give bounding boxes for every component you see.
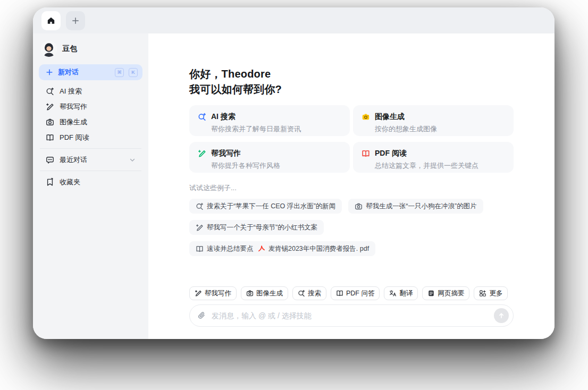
message-input[interactable]: [211, 311, 489, 320]
new-chat-button[interactable]: 新对话 ⌘ K: [39, 64, 142, 80]
skill-chip-search[interactable]: 搜索: [292, 286, 326, 300]
home-icon: [47, 16, 55, 25]
sidebar-item-label: 图像生成: [60, 117, 87, 127]
tab-home[interactable]: [41, 11, 61, 30]
sidebar-item-label: PDF 阅读: [60, 133, 89, 142]
app-window: 豆包 新对话 ⌘ K AI 搜索: [33, 7, 555, 339]
pen-plus-icon: [195, 290, 202, 297]
open-book-icon: [362, 149, 370, 158]
skill-chip-image-gen[interactable]: 图像生成: [241, 286, 288, 300]
card-desc: 帮你提升各种写作风格: [211, 161, 341, 171]
greeting-line-2: 我可以如何帮到你?: [189, 82, 514, 97]
pen-plus-icon: [46, 103, 54, 111]
camera-icon: [362, 113, 370, 121]
translate-icon: [389, 290, 397, 297]
feature-cards: AI 搜索 帮你搜索并了解每日最新资讯: [189, 105, 514, 173]
shortcut-k-key: K: [129, 68, 138, 77]
sidebar-item-label: 帮我写作: [60, 102, 87, 112]
skill-bar: 帮我写作 图像生成: [189, 286, 514, 300]
example-chip-search-news[interactable]: 搜索关于“苹果下一任 CEO 浮出水面”的新闻: [189, 199, 342, 214]
skill-label: 更多: [489, 289, 502, 298]
sidebar-item-image-gen[interactable]: 图像生成: [39, 114, 142, 130]
paperclip-icon[interactable]: [197, 311, 206, 320]
pdf-file-icon: [258, 245, 265, 252]
example-chip-generate-image[interactable]: 帮我生成一张“一只小狗在冲浪”的图片: [348, 199, 483, 214]
arrow-up-icon: [498, 312, 505, 319]
sidebar-item-favorites[interactable]: 收藏夹: [39, 174, 142, 190]
new-chat-label: 新对话: [58, 67, 79, 77]
avatar: [41, 41, 57, 57]
sidebar-item-label: AI 搜索: [60, 87, 82, 96]
chevron-down-icon[interactable]: [129, 157, 136, 163]
sidebar-divider: [40, 171, 141, 171]
profile-row[interactable]: 豆包: [39, 40, 142, 64]
plus-icon: [46, 69, 53, 76]
card-title: AI 搜索: [211, 112, 236, 122]
open-book-icon: [46, 133, 54, 142]
feature-card-ai-search[interactable]: AI 搜索 帮你搜索并了解每日最新资讯: [189, 105, 350, 136]
sidebar-item-pdf-read[interactable]: PDF 阅读: [39, 130, 142, 145]
skill-label: 搜索: [308, 289, 321, 298]
chip-label: 搜索关于“苹果下一任 CEO 浮出水面”的新闻: [207, 202, 335, 211]
search-sparkle-icon: [198, 113, 206, 121]
grid-plus-icon: [479, 290, 486, 297]
camera-icon: [46, 118, 54, 126]
profile-name: 豆包: [62, 44, 77, 54]
sidebar-item-recent-chats[interactable]: 最近对话: [39, 152, 142, 167]
example-chips: 搜索关于“苹果下一任 CEO 浮出水面”的新闻 帮我生成一张“一只小狗在冲浪”的…: [189, 199, 487, 256]
card-desc: 帮你搜索并了解每日最新资讯: [211, 124, 341, 134]
message-composer[interactable]: [189, 304, 514, 327]
skill-chip-more[interactable]: 更多: [474, 286, 508, 300]
shortcut-cmd-key: ⌘: [115, 68, 124, 77]
bookmark-icon: [46, 178, 54, 186]
skill-chip-translate[interactable]: 翻译: [384, 286, 418, 300]
chat-bubble-icon: [46, 156, 54, 164]
skill-chip-pdf-qa[interactable]: PDF 问答: [331, 286, 380, 300]
feature-card-write[interactable]: 帮我写作 帮你提升各种写作风格: [189, 142, 350, 173]
sidebar-item-write[interactable]: 帮我写作: [39, 99, 142, 114]
camera-icon: [355, 202, 363, 210]
open-book-icon: [336, 290, 343, 297]
sidebar: 豆包 新对话 ⌘ K AI 搜索: [33, 33, 148, 339]
card-desc: 按你的想象生成图像: [375, 124, 505, 134]
pen-plus-icon: [196, 224, 204, 232]
examples-title: 试试这些例子...: [189, 183, 514, 193]
search-sparkle-icon: [196, 202, 204, 210]
example-chip-write-post[interactable]: 帮我写一个关于“母亲节”的小红书文案: [189, 220, 324, 235]
skill-chip-web-summary[interactable]: 网页摘要: [422, 286, 469, 300]
skill-label: 翻译: [399, 289, 413, 298]
sidebar-item-label: 收藏夹: [60, 177, 80, 187]
card-title: 帮我写作: [211, 149, 241, 158]
open-book-icon: [196, 245, 204, 253]
card-title: 图像生成: [375, 112, 405, 122]
webpage-icon: [427, 290, 435, 297]
search-sparkle-icon: [46, 87, 54, 96]
feature-card-image-gen[interactable]: 图像生成 按你的想象生成图像: [353, 105, 514, 136]
feature-card-pdf-read[interactable]: PDF 阅读 总结这篇文章，并提供一些关键点: [353, 142, 514, 173]
bottom-dock: 帮我写作 图像生成: [189, 286, 514, 327]
skill-label: 网页摘要: [438, 289, 464, 298]
example-chip-summarize-pdf[interactable]: 速读并总结要点 麦肯锡2023年中国消费者报告. pdf: [189, 241, 375, 256]
main-area: 你好，Theodore 我可以如何帮到你? AI 搜索 帮你搜索并了解每: [148, 33, 555, 339]
sidebar-item-label: 最近对话: [60, 155, 87, 165]
card-title: PDF 阅读: [375, 149, 407, 158]
sidebar-divider: [40, 148, 141, 149]
pen-plus-icon: [198, 149, 206, 158]
tab-bar: [33, 7, 555, 33]
skill-label: PDF 问答: [346, 289, 374, 298]
new-tab-button[interactable]: [66, 11, 85, 30]
send-button[interactable]: [494, 308, 509, 323]
sidebar-item-ai-search[interactable]: AI 搜索: [39, 83, 142, 99]
chip-label: 帮我生成一张“一只小狗在冲浪”的图片: [366, 202, 476, 211]
greeting-line-1: 你好，Theodore: [189, 66, 514, 82]
skill-label: 帮我写作: [205, 289, 231, 298]
chip-label: 速读并总结要点: [207, 244, 254, 253]
skill-chip-write[interactable]: 帮我写作: [189, 286, 237, 300]
skill-label: 图像生成: [256, 289, 283, 298]
chip-label: 帮我写一个关于“母亲节”的小红书文案: [207, 223, 317, 232]
camera-icon: [246, 290, 254, 297]
card-desc: 总结这篇文章，并提供一些关键点: [375, 161, 505, 171]
plus-icon: [71, 16, 80, 25]
search-sparkle-icon: [298, 290, 305, 297]
chip-attachment-name: 麦肯锡2023年中国消费者报告. pdf: [268, 244, 369, 253]
